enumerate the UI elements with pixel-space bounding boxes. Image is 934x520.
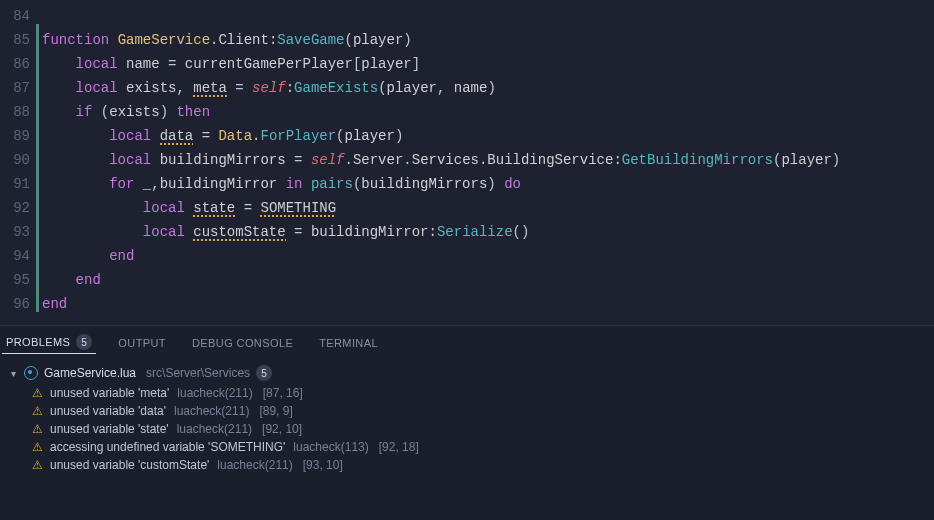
code-line[interactable]: end — [42, 292, 934, 316]
code-token: end — [76, 272, 101, 288]
code-line[interactable]: local exists, meta = self:GameExists(pla… — [42, 76, 934, 100]
problem-message: unused variable 'customState' — [50, 458, 209, 472]
code-token: buildingMirror — [160, 176, 278, 192]
code-token: ) — [395, 128, 403, 144]
tab-terminal-label: TERMINAL — [319, 337, 378, 349]
code-token — [42, 176, 109, 192]
code-token — [42, 128, 109, 144]
code-token — [42, 272, 76, 288]
code-token: for — [109, 176, 143, 192]
line-number: 90 — [0, 148, 36, 172]
warning-icon: ⚠ — [30, 404, 44, 418]
code-token: do — [504, 176, 521, 192]
code-token: if — [76, 104, 101, 120]
change-marker — [36, 168, 39, 192]
code-token: buildingMirror — [311, 224, 429, 240]
code-token: Server — [353, 152, 403, 168]
tab-output[interactable]: OUTPUT — [114, 335, 170, 351]
code-token: pairs — [311, 176, 353, 192]
change-marker — [36, 216, 39, 240]
code-token: , — [151, 176, 159, 192]
code-token: : — [429, 224, 437, 240]
line-number: 85 — [0, 28, 36, 52]
code-token: () — [513, 224, 530, 240]
code-line[interactable]: end — [42, 244, 934, 268]
code-token: ) — [160, 104, 177, 120]
code-token: : — [286, 80, 294, 96]
line-number: 94 — [0, 244, 36, 268]
problem-item[interactable]: ⚠unused variable 'data'luacheck(211)[89,… — [8, 402, 928, 420]
problem-item[interactable]: ⚠unused variable 'meta'luacheck(211)[87,… — [8, 384, 928, 402]
code-token: = — [235, 200, 260, 216]
tab-problems[interactable]: PROBLEMS 5 — [2, 332, 96, 354]
code-token: buildingMirrors — [361, 176, 487, 192]
code-line[interactable]: local state = SOMETHING — [42, 196, 934, 220]
code-token: exists — [126, 80, 176, 96]
line-number: 95 — [0, 268, 36, 292]
code-token: end — [109, 248, 134, 264]
code-area[interactable]: function GameService.Client:SaveGame(pla… — [42, 0, 934, 325]
code-editor[interactable]: 84858687888990919293949596 function Game… — [0, 0, 934, 325]
problem-message: unused variable 'state' — [50, 422, 169, 436]
code-token — [42, 56, 76, 72]
code-token: ) — [487, 176, 504, 192]
code-line[interactable]: if (exists) then — [42, 100, 934, 124]
problem-item[interactable]: ⚠unused variable 'state'luacheck(211)[92… — [8, 420, 928, 438]
problem-item[interactable]: ⚠accessing undefined variable 'SOMETHING… — [8, 438, 928, 456]
warning-icon: ⚠ — [30, 422, 44, 436]
code-line[interactable]: for _,buildingMirror in pairs(buildingMi… — [42, 172, 934, 196]
code-token: ForPlayer — [260, 128, 336, 144]
problems-file-name: GameService.lua — [44, 366, 136, 380]
problems-file-path: src\Server\Services — [146, 366, 250, 380]
code-line[interactable]: function GameService.Client:SaveGame(pla… — [42, 28, 934, 52]
code-token: customState — [193, 224, 285, 241]
code-token: = — [193, 128, 218, 144]
problems-file-row[interactable]: ▾ GameService.lua src\Server\Services 5 — [8, 362, 928, 384]
code-token: ) — [487, 80, 495, 96]
problem-item[interactable]: ⚠unused variable 'customState'luacheck(2… — [8, 456, 928, 474]
code-token: Serialize — [437, 224, 513, 240]
tab-debug-label: DEBUG CONSOLE — [192, 337, 293, 349]
code-token — [42, 200, 143, 216]
code-token: . — [345, 152, 353, 168]
code-token: SaveGame — [277, 32, 344, 48]
code-line[interactable]: end — [42, 268, 934, 292]
code-token: local — [143, 200, 193, 216]
code-line[interactable] — [42, 4, 934, 28]
code-token: = — [286, 152, 311, 168]
change-marker — [36, 264, 39, 288]
code-line[interactable]: local customState = buildingMirror:Seria… — [42, 220, 934, 244]
code-token: = — [160, 56, 185, 72]
code-line[interactable]: local data = Data.ForPlayer(player) — [42, 124, 934, 148]
problem-source: luacheck(211) — [217, 458, 292, 472]
change-marker — [36, 288, 39, 312]
code-token: player — [781, 152, 831, 168]
code-token: ( — [101, 104, 109, 120]
change-marker — [36, 24, 39, 48]
code-token: player — [353, 32, 403, 48]
code-line[interactable]: local name = currentGamePerPlayer[player… — [42, 52, 934, 76]
line-number: 84 — [0, 4, 36, 28]
tab-terminal[interactable]: TERMINAL — [315, 335, 382, 351]
code-token: self — [252, 80, 286, 96]
tab-output-label: OUTPUT — [118, 337, 166, 349]
code-token: , — [176, 80, 193, 96]
change-marker — [36, 240, 39, 264]
problem-source: luacheck(211) — [174, 404, 249, 418]
code-token: then — [176, 104, 210, 120]
code-token — [42, 152, 109, 168]
line-number-gutter: 84858687888990919293949596 — [0, 0, 36, 325]
lua-file-icon — [24, 366, 38, 380]
code-token: ) — [832, 152, 840, 168]
bottom-panel: PROBLEMS 5 OUTPUT DEBUG CONSOLE TERMINAL… — [0, 325, 934, 520]
code-token: function — [42, 32, 118, 48]
warning-icon: ⚠ — [30, 440, 44, 454]
change-marker — [36, 120, 39, 144]
line-number: 87 — [0, 76, 36, 100]
change-marker — [36, 0, 39, 24]
code-line[interactable]: local buildingMirrors = self.Server.Serv… — [42, 148, 934, 172]
code-token: player — [361, 56, 411, 72]
tab-debug-console[interactable]: DEBUG CONSOLE — [188, 335, 297, 351]
problem-message: unused variable 'meta' — [50, 386, 169, 400]
change-marker — [36, 144, 39, 168]
